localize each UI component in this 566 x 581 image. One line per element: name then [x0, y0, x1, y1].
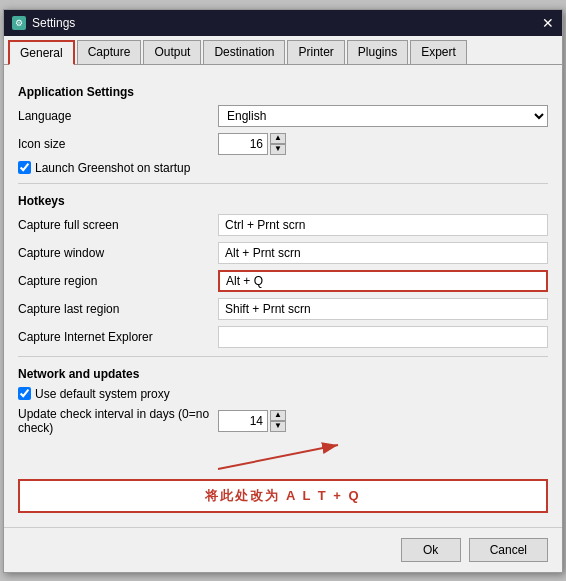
proxy-row: Use default system proxy	[18, 387, 548, 401]
update-row: Update check interval in days (0=no chec…	[18, 407, 548, 435]
network-label: Network and updates	[18, 367, 548, 381]
startup-label: Launch Greenshot on startup	[35, 161, 190, 175]
app-icon: ⚙	[12, 16, 26, 30]
close-button[interactable]: ✕	[542, 16, 554, 30]
capture-window-control	[218, 242, 548, 264]
update-down[interactable]: ▼	[270, 421, 286, 432]
capture-full-screen-control	[218, 214, 548, 236]
annotation-arrow	[58, 441, 398, 471]
tab-bar: General Capture Output Destination Print…	[4, 36, 562, 65]
annotation-text-box: 将此处改为 A L T + Q	[18, 479, 548, 513]
svg-line-1	[218, 445, 338, 469]
proxy-label: Use default system proxy	[35, 387, 170, 401]
title-bar-left: ⚙ Settings	[12, 16, 75, 30]
language-select[interactable]: English	[218, 105, 548, 127]
update-label: Update check interval in days (0=no chec…	[18, 407, 218, 435]
capture-window-input[interactable]	[218, 242, 548, 264]
language-control: English	[218, 105, 548, 127]
capture-region-input[interactable]	[218, 270, 548, 292]
update-control: ▲ ▼	[218, 410, 548, 432]
title-bar: ⚙ Settings ✕	[4, 10, 562, 36]
annotation-text: 将此处改为 A L T + Q	[205, 488, 360, 503]
app-settings-label: Application Settings	[18, 85, 548, 99]
tab-destination[interactable]: Destination	[203, 40, 285, 64]
window-title: Settings	[32, 16, 75, 30]
content-area: Application Settings Language English Ic…	[4, 65, 562, 527]
icon-size-spin-buttons: ▲ ▼	[270, 133, 286, 155]
startup-row: Launch Greenshot on startup	[18, 161, 548, 175]
update-up[interactable]: ▲	[270, 410, 286, 421]
capture-last-region-control	[218, 298, 548, 320]
capture-ie-row: Capture Internet Explorer	[18, 326, 548, 348]
startup-checkbox[interactable]	[18, 161, 31, 174]
icon-size-row: Icon size ▲ ▼	[18, 133, 548, 155]
divider-2	[18, 356, 548, 357]
update-spinner: ▲ ▼	[218, 410, 548, 432]
annotation-container: 将此处改为 A L T + Q	[18, 441, 548, 513]
capture-ie-input[interactable]	[218, 326, 548, 348]
hotkeys-label: Hotkeys	[18, 194, 548, 208]
language-label: Language	[18, 109, 218, 123]
capture-ie-label: Capture Internet Explorer	[18, 330, 218, 344]
proxy-checkbox[interactable]	[18, 387, 31, 400]
capture-window-label: Capture window	[18, 246, 218, 260]
language-row: Language English	[18, 105, 548, 127]
cancel-button[interactable]: Cancel	[469, 538, 548, 562]
capture-last-region-row: Capture last region	[18, 298, 548, 320]
tab-plugins[interactable]: Plugins	[347, 40, 408, 64]
capture-window-row: Capture window	[18, 242, 548, 264]
capture-full-screen-input[interactable]	[218, 214, 548, 236]
capture-full-screen-row: Capture full screen	[18, 214, 548, 236]
divider-1	[18, 183, 548, 184]
capture-ie-control	[218, 326, 548, 348]
capture-full-screen-label: Capture full screen	[18, 218, 218, 232]
tab-general[interactable]: General	[8, 40, 75, 65]
tab-output[interactable]: Output	[143, 40, 201, 64]
update-input[interactable]	[218, 410, 268, 432]
capture-region-label: Capture region	[18, 274, 218, 288]
ok-button[interactable]: Ok	[401, 538, 461, 562]
capture-region-row: Capture region	[18, 270, 548, 292]
tab-printer[interactable]: Printer	[287, 40, 344, 64]
capture-last-region-input[interactable]	[218, 298, 548, 320]
footer: Ok Cancel	[4, 527, 562, 572]
capture-last-region-label: Capture last region	[18, 302, 218, 316]
icon-size-label: Icon size	[18, 137, 218, 151]
icon-size-up[interactable]: ▲	[270, 133, 286, 144]
tab-expert[interactable]: Expert	[410, 40, 467, 64]
icon-size-spinner: ▲ ▼	[218, 133, 548, 155]
update-spin-buttons: ▲ ▼	[270, 410, 286, 432]
icon-size-input[interactable]	[218, 133, 268, 155]
icon-size-control: ▲ ▼	[218, 133, 548, 155]
capture-region-control	[218, 270, 548, 292]
settings-window: ⚙ Settings ✕ General Capture Output Dest…	[3, 9, 563, 573]
icon-size-down[interactable]: ▼	[270, 144, 286, 155]
tab-capture[interactable]: Capture	[77, 40, 142, 64]
